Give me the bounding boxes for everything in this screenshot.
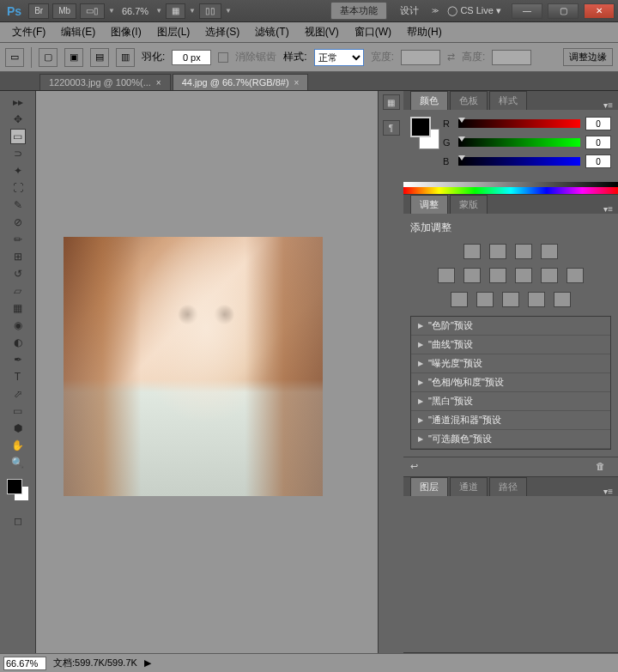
panel-menu-icon[interactable]: ▾≡	[603, 204, 613, 214]
lasso-tool[interactable]: ⊃	[10, 146, 26, 161]
wand-tool[interactable]: ✦	[10, 163, 26, 179]
minimize-button[interactable]: —	[512, 3, 542, 19]
menu-view[interactable]: 视图(V)	[298, 23, 346, 41]
eraser-tool[interactable]: ▱	[10, 283, 26, 299]
viewextras-button[interactable]: ▦	[166, 3, 185, 19]
color-swatches[interactable]	[2, 479, 33, 505]
dodge-tool[interactable]: ◐	[10, 335, 26, 350]
canvas-area[interactable]	[36, 91, 376, 653]
document-tab[interactable]: 1220003.jpg @ 100%(... ×	[39, 74, 171, 90]
tab-close-icon[interactable]: ×	[156, 78, 161, 88]
color-swatch[interactable]	[410, 117, 438, 151]
eyedropper-tool[interactable]: ✎	[10, 197, 26, 213]
history-brush-tool[interactable]: ↺	[10, 266, 26, 282]
document-tab[interactable]: 44.jpg @ 66.7%(RGB/8#) ×	[173, 74, 309, 90]
type-tool[interactable]: T	[10, 369, 26, 384]
zoom-display[interactable]: 66.7%	[118, 6, 152, 16]
doc-info[interactable]: 文档:599.7K/599.7K	[53, 657, 137, 669]
panel-tab-swatches[interactable]: 色板	[450, 91, 488, 110]
preset-item[interactable]: "黑白"预设	[411, 392, 610, 411]
g-slider[interactable]	[458, 138, 580, 147]
panel-tab-layers[interactable]: 图层	[410, 477, 448, 496]
statusbar-chevron-icon[interactable]: ▶	[144, 657, 151, 669]
add-selection-icon[interactable]: ▣	[64, 48, 83, 67]
dropdown-icon[interactable]: ▼	[225, 7, 232, 15]
panel-menu-icon[interactable]: ▾≡	[603, 100, 613, 110]
r-slider[interactable]	[458, 119, 580, 128]
workspace-secondary[interactable]: 设计	[391, 2, 428, 20]
menu-layer[interactable]: 图层(L)	[150, 23, 197, 41]
stamp-tool[interactable]: ⊞	[10, 249, 26, 264]
exposure-icon[interactable]	[541, 244, 558, 259]
menu-window[interactable]: 窗口(W)	[348, 23, 398, 41]
tab-close-icon[interactable]: ×	[294, 78, 300, 88]
close-button[interactable]: ✕	[584, 3, 615, 19]
b-input[interactable]	[585, 154, 611, 168]
panel-tab-color[interactable]: 颜色	[410, 91, 448, 110]
menu-image[interactable]: 图像(I)	[104, 23, 148, 41]
pen-tool[interactable]: ✒	[10, 352, 26, 367]
panel-tab-styles[interactable]: 样式	[489, 91, 527, 110]
hand-tool[interactable]: ✋	[10, 438, 26, 453]
panel-tab-masks[interactable]: 蒙版	[450, 195, 488, 214]
foreground-color[interactable]	[7, 479, 22, 494]
brightness-icon[interactable]	[464, 244, 481, 259]
hue-icon[interactable]	[464, 268, 481, 283]
invert-icon[interactable]	[451, 292, 468, 307]
brush-tool[interactable]: ✏	[10, 232, 26, 247]
workspace-primary[interactable]: 基本功能	[330, 2, 387, 20]
panel-icon[interactable]: ▦	[383, 94, 400, 110]
style-select[interactable]: 正常	[314, 49, 364, 66]
bw-icon[interactable]	[515, 268, 532, 283]
crop-tool[interactable]: ⛶	[10, 180, 26, 196]
healing-tool[interactable]: ⊘	[10, 215, 26, 230]
swap-icon[interactable]: ⇄	[447, 51, 455, 63]
cslive-button[interactable]: ◯ CS Live ▾	[447, 5, 501, 16]
layers-body[interactable]	[403, 496, 618, 652]
zoom-tool[interactable]: 🔍	[10, 455, 26, 470]
tool-preset-icon[interactable]: ▭	[5, 48, 24, 67]
height-input[interactable]	[492, 50, 531, 65]
color-ramp[interactable]	[403, 182, 618, 194]
dropdown-icon[interactable]: ▼	[108, 7, 115, 15]
intersect-selection-icon[interactable]: ▥	[116, 48, 135, 67]
preset-item[interactable]: "色相/饱和度"预设	[411, 373, 610, 392]
collapse-icon[interactable]: ▸▸	[10, 94, 26, 110]
dropdown-icon[interactable]: ▼	[155, 7, 162, 15]
panel-tab-channels[interactable]: 通道	[450, 477, 488, 496]
shape-tool[interactable]: ▭	[10, 403, 26, 419]
preset-item[interactable]: "通道混和器"预设	[411, 411, 610, 430]
channelmixer-icon[interactable]	[566, 268, 584, 283]
menu-select[interactable]: 选择(S)	[198, 23, 246, 41]
preset-item[interactable]: "可选颜色"预设	[411, 430, 610, 449]
dropdown-icon[interactable]: ▼	[189, 7, 196, 15]
panel-icon[interactable]: ¶	[383, 120, 400, 136]
workspace-more-icon[interactable]: ≫	[432, 7, 439, 15]
preset-item[interactable]: "曲线"预设	[411, 336, 610, 354]
marquee-tool[interactable]: ▭	[10, 129, 26, 144]
preset-item[interactable]: "曝光度"预设	[411, 354, 610, 373]
panel-tab-paths[interactable]: 路径	[489, 477, 527, 496]
posterize-icon[interactable]	[476, 292, 494, 307]
threshold-icon[interactable]	[502, 292, 519, 307]
menu-help[interactable]: 帮助(H)	[400, 23, 449, 41]
curves-icon[interactable]	[515, 244, 532, 259]
return-icon[interactable]: ↩	[410, 461, 426, 473]
trash-icon[interactable]: 🗑	[596, 461, 611, 473]
menu-filter[interactable]: 滤镜(T)	[248, 23, 295, 41]
document-canvas[interactable]	[64, 237, 323, 496]
photofilter-icon[interactable]	[541, 268, 558, 283]
menu-file[interactable]: 文件(F)	[5, 23, 52, 41]
path-tool[interactable]: ⬀	[10, 386, 26, 402]
arrange-button[interactable]: ▯▯	[199, 3, 221, 19]
width-input[interactable]	[401, 50, 440, 65]
quickmask-tool[interactable]: ◻	[10, 513, 26, 529]
fg-swatch[interactable]	[410, 117, 431, 137]
panel-menu-icon[interactable]: ▾≡	[603, 487, 613, 496]
blur-tool[interactable]: ◉	[10, 318, 26, 333]
levels-icon[interactable]	[489, 244, 506, 259]
screenmode-button[interactable]: ▭▯	[80, 3, 105, 19]
new-selection-icon[interactable]: ▢	[39, 48, 58, 67]
bridge-button[interactable]: Br	[28, 3, 49, 19]
colorbalance-icon[interactable]	[489, 268, 506, 283]
